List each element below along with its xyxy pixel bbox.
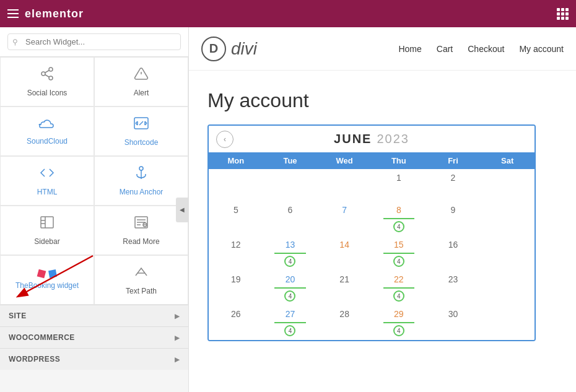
booking-icon	[38, 270, 56, 277]
widget-read-more-label: Read More	[123, 237, 159, 246]
cal-cell-w2-d3[interactable]: 154	[372, 236, 426, 271]
sidebar-widget-icon	[40, 215, 55, 233]
widget-panel: ⚲ Social Icons	[0, 27, 189, 392]
soundcloud-icon	[38, 117, 56, 133]
cal-cell-w2-d1[interactable]: 134	[263, 236, 318, 271]
nav-links: Home Cart Checkout My account	[398, 44, 564, 54]
nav-cart[interactable]: Cart	[437, 44, 453, 54]
day-thu: Thu	[372, 152, 426, 169]
read-more-icon	[134, 215, 149, 233]
day-wed: Wed	[317, 152, 372, 169]
widget-alert[interactable]: Alert	[94, 57, 188, 107]
svg-line-3	[45, 75, 50, 77]
widget-grid: Social Icons Alert	[0, 57, 188, 305]
nav-home[interactable]: Home	[398, 44, 421, 54]
cal-cell-w0-d0	[209, 169, 263, 201]
cal-cell-w3-d4[interactable]: 23	[426, 271, 481, 305]
calendar-days-header: Mon Tue Wed Thu Fri Sat	[209, 152, 535, 169]
svg-line-14	[139, 121, 143, 125]
cal-cell-w4-d4[interactable]: 30	[426, 305, 481, 340]
cal-cell-w0-d3[interactable]: 1	[372, 169, 426, 201]
logo-circle: D	[201, 37, 226, 61]
svg-point-1	[41, 72, 45, 76]
hamburger-menu-icon[interactable]	[7, 9, 19, 18]
anchor-icon	[134, 165, 149, 184]
day-fri: Fri	[426, 152, 481, 169]
widget-thebooking-label: TheBooking widget	[15, 281, 79, 290]
cal-cell-w3-d0[interactable]: 19	[209, 271, 263, 305]
widget-html-label: HTML	[37, 188, 58, 196]
widget-menu-anchor-label: Menu Anchor	[120, 188, 164, 196]
svg-line-4	[45, 71, 50, 73]
logo-text: divi	[231, 39, 257, 59]
widget-thebooking[interactable]: TheBooking widget	[0, 255, 94, 305]
nav-checkout[interactable]: Checkout	[468, 44, 504, 54]
cal-cell-w1-d5	[480, 201, 535, 236]
widget-text-path-label: Text Path	[126, 287, 157, 295]
site-section-label: SITE	[9, 311, 27, 320]
cal-cell-w4-d0[interactable]: 26	[209, 305, 263, 340]
apps-grid-icon[interactable]	[557, 8, 569, 20]
sidebar-collapse-button[interactable]: ◀	[176, 198, 188, 222]
svg-point-15	[139, 167, 143, 170]
widget-alert-label: Alert	[134, 89, 149, 97]
search-input[interactable]	[7, 33, 181, 50]
day-mon: Mon	[209, 152, 263, 169]
text-path-icon	[133, 264, 149, 283]
wordpress-section-label: WORDPRESS	[9, 355, 60, 364]
cal-cell-w1-d4[interactable]: 9	[426, 201, 481, 236]
shortcode-icon	[133, 116, 150, 134]
widget-text-path[interactable]: Text Path	[94, 255, 188, 305]
cal-cell-w4-d5	[480, 305, 535, 340]
widget-sidebar[interactable]: Sidebar	[0, 206, 94, 255]
calendar-header: ‹ JUNE 2023	[209, 126, 535, 152]
search-area: ⚲	[0, 27, 188, 57]
widget-read-more[interactable]: Read More	[94, 206, 188, 255]
wordpress-section[interactable]: WORDPRESS ▶	[0, 348, 188, 370]
app-title: elementor	[25, 7, 84, 20]
cal-cell-w1-d1[interactable]: 6	[263, 201, 318, 236]
widget-soundcloud-label: SoundCloud	[27, 137, 68, 146]
widget-social-icons[interactable]: Social Icons	[0, 57, 94, 107]
cal-cell-w3-d5	[480, 271, 535, 305]
cal-cell-w0-d2	[317, 169, 372, 201]
calendar-prev-button[interactable]: ‹	[216, 131, 233, 148]
widget-sidebar-label: Sidebar	[34, 237, 59, 246]
page-title: My account	[207, 89, 557, 112]
site-chevron-icon: ▶	[175, 313, 180, 320]
content-area: D divi Home Cart Checkout My account My …	[189, 27, 576, 392]
calendar-month: JUNE	[334, 132, 372, 146]
alert-icon	[134, 66, 149, 85]
cal-cell-w3-d1[interactable]: 204	[263, 271, 318, 305]
woocommerce-section-label: WOOCOMMERCE	[9, 333, 75, 342]
cal-cell-w3-d3[interactable]: 224	[372, 271, 426, 305]
woocommerce-section[interactable]: WOOCOMMERCE ▶	[0, 326, 188, 348]
page-content: My account ‹ JUNE 2023 Mon Tue Wed Thu F…	[189, 71, 576, 354]
cal-cell-w1-d2[interactable]: 7	[317, 201, 372, 236]
day-tue: Tue	[263, 152, 318, 169]
woocommerce-chevron-icon: ▶	[175, 334, 180, 341]
site-logo: D divi	[201, 37, 257, 61]
cal-cell-w4-d1[interactable]: 274	[263, 305, 318, 340]
logo-letter: D	[209, 41, 218, 56]
widget-shortcode[interactable]: Shortcode	[94, 107, 188, 156]
cal-cell-w3-d2[interactable]: 21	[317, 271, 372, 305]
cal-cell-w1-d0[interactable]: 5	[209, 201, 263, 236]
svg-point-0	[49, 68, 53, 71]
widget-html[interactable]: HTML	[0, 156, 94, 206]
html-icon	[40, 165, 55, 184]
cal-cell-w2-d2[interactable]: 14	[317, 236, 372, 271]
cal-cell-w2-d4[interactable]: 16	[426, 236, 481, 271]
cal-cell-w0-d4[interactable]: 2	[426, 169, 481, 201]
site-section[interactable]: SITE ▶	[0, 305, 188, 326]
widget-menu-anchor[interactable]: Menu Anchor	[94, 156, 188, 206]
cal-cell-w4-d2[interactable]: 28	[317, 305, 372, 340]
cal-cell-w2-d0[interactable]: 12	[209, 236, 263, 271]
nav-my-account[interactable]: My account	[519, 44, 564, 54]
top-bar: elementor	[0, 0, 576, 27]
cal-cell-w0-d1	[263, 169, 318, 201]
cal-cell-w4-d3[interactable]: 294	[372, 305, 426, 340]
cal-cell-w1-d3[interactable]: 84	[372, 201, 426, 236]
widget-soundcloud[interactable]: SoundCloud	[0, 107, 94, 156]
search-icon: ⚲	[12, 38, 18, 46]
